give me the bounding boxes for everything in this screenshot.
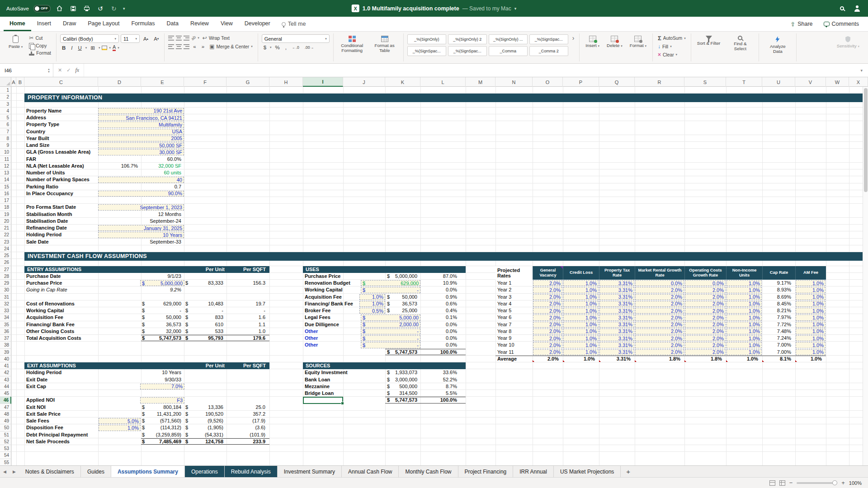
increase-decimal-button[interactable]: ←.0: [290, 45, 301, 50]
input-cell[interactable]: 1.0%: [796, 287, 826, 293]
add-sheet-button[interactable]: +: [621, 466, 636, 477]
sensitivity-button[interactable]: Sensitivity ▾: [835, 34, 862, 50]
input-cell[interactable]: 1.0%: [359, 301, 385, 307]
cell-value[interactable]: 156.3: [226, 280, 267, 286]
cell-style-chip[interactable]: _Comma 2: [529, 46, 568, 56]
input-cell[interactable]: 3.31%: [599, 308, 634, 314]
cell-value[interactable]: 25.0: [226, 404, 267, 411]
cell-value[interactable]: 60.0%: [98, 156, 183, 163]
cell-value[interactable]: 7.48%: [762, 328, 793, 335]
cell-value[interactable]: (9,526): [184, 418, 225, 424]
input-cell[interactable]: 1.0%: [726, 301, 762, 307]
cell-value[interactable]: 8.7%: [420, 383, 458, 390]
row-header-25[interactable]: 25: [0, 252, 11, 259]
cell-value[interactable]: 50,000: [141, 314, 183, 321]
cell-value[interactable]: 9/1/23: [141, 273, 183, 280]
input-cell[interactable]: 1.0%: [796, 335, 826, 341]
cell-value[interactable]: -: [226, 307, 267, 314]
input-cell[interactable]: 1.0%: [726, 328, 762, 334]
input-cell[interactable]: 1.0%: [796, 301, 826, 307]
align-middle-button[interactable]: [176, 36, 182, 41]
merge-center-button[interactable]: ▣Merge & Center▾: [208, 43, 254, 50]
cell-style-chip[interactable]: _%(SignOnly) ...: [489, 34, 528, 44]
column-header-O[interactable]: O: [533, 77, 563, 87]
row-header-36[interactable]: 36: [0, 328, 11, 335]
delete-cells-button[interactable]: Delete ▾: [604, 34, 625, 49]
input-cell[interactable]: 1.0%: [726, 294, 762, 300]
input-cell[interactable]: September 1, 2023: [98, 204, 184, 210]
row-header-33[interactable]: 33: [0, 307, 11, 314]
input-cell[interactable]: 3.31%: [599, 287, 634, 293]
input-cell[interactable]: 2.0%: [685, 294, 726, 300]
ribbon-tab-page-layout[interactable]: Page Layout: [82, 17, 125, 31]
sheet-tab-irr-annual[interactable]: IRR Annual: [513, 466, 554, 477]
cell-value[interactable]: 100.0%: [420, 397, 458, 404]
input-cell[interactable]: 1.0%: [796, 342, 826, 348]
sheet-tab-project-financing[interactable]: Project Financing: [458, 466, 514, 477]
cell-value[interactable]: 87.0%: [420, 273, 458, 280]
input-cell[interactable]: 1.0%: [726, 314, 762, 320]
input-cell[interactable]: 1.0%: [726, 349, 762, 355]
zoom-slider[interactable]: [797, 482, 837, 484]
cell-value[interactable]: 10.9%: [420, 280, 458, 286]
comma-format-button[interactable]: ,: [283, 44, 288, 51]
input-cell[interactable]: 1.0%: [726, 342, 762, 348]
input-cell[interactable]: 1.0%: [563, 287, 599, 293]
input-cell[interactable]: 1.0%: [359, 294, 385, 300]
cell-value[interactable]: 95,793: [184, 335, 225, 342]
cut-button[interactable]: ✂Cut: [28, 34, 52, 42]
input-cell[interactable]: 1.0%: [563, 322, 599, 328]
column-header-N[interactable]: N: [495, 77, 533, 87]
clear-button[interactable]: ×Clear▾: [656, 51, 687, 58]
cell-value[interactable]: 33.6%: [420, 369, 458, 376]
cell-value[interactable]: 8.45%: [762, 300, 793, 307]
row-header-44[interactable]: 44: [0, 383, 11, 390]
column-header-S[interactable]: S: [684, 77, 726, 87]
row-header-20[interactable]: 20: [0, 218, 11, 225]
font-color-button[interactable]: A: [113, 45, 116, 51]
share-button[interactable]: ⇧ Share: [785, 17, 818, 31]
cell-value[interactable]: 9/30/33: [141, 376, 183, 383]
input-cell[interactable]: 2.0%: [685, 287, 726, 293]
row-header-4[interactable]: 4: [0, 108, 11, 114]
sheet-nav-left-icon[interactable]: ◀: [0, 466, 9, 477]
cell-value[interactable]: 0.9%: [420, 294, 458, 300]
cell-value[interactable]: 833: [184, 314, 225, 321]
align-right-button[interactable]: [184, 44, 189, 49]
input-cell[interactable]: 1.0%: [726, 287, 762, 293]
home-icon[interactable]: [55, 4, 64, 13]
input-cell[interactable]: 2.0%: [685, 342, 726, 348]
column-header-H[interactable]: H: [269, 77, 303, 87]
ribbon-tab-developer[interactable]: Developer: [239, 17, 276, 31]
input-cell[interactable]: 3.31%: [599, 349, 634, 355]
cell-value[interactable]: 10,483: [184, 300, 225, 307]
row-header-21[interactable]: 21: [0, 225, 11, 231]
align-bottom-button[interactable]: [184, 36, 189, 41]
input-cell[interactable]: Multifamily: [98, 122, 184, 127]
input-cell[interactable]: 3.31%: [599, 294, 634, 300]
name-box[interactable]: I46 ▲▼: [0, 64, 53, 77]
cell-value[interactable]: 7.00%: [762, 349, 793, 356]
input-cell[interactable]: 2.0%: [533, 342, 562, 348]
column-header-C[interactable]: C: [24, 77, 98, 87]
ribbon-tab-review[interactable]: Review: [184, 17, 215, 31]
input-cell[interactable]: USA: [98, 129, 184, 135]
input-cell[interactable]: 1.0%: [796, 308, 826, 314]
row-header-40[interactable]: 40: [0, 356, 11, 362]
cell-value[interactable]: 7,485,469: [141, 438, 183, 445]
analyze-data-button[interactable]: Analyze Data: [763, 34, 793, 56]
fill-button[interactable]: ↓Fill▾: [656, 43, 687, 50]
input-cell[interactable]: January 31, 2025: [98, 225, 184, 231]
cell-style-chip[interactable]: _%(SignSpac...: [448, 46, 487, 56]
input-cell[interactable]: 3.31%: [599, 322, 634, 328]
input-cell[interactable]: 2.0%: [685, 314, 726, 320]
input-cell[interactable]: 2.0%: [635, 308, 684, 314]
tell-me-button[interactable]: Tell me: [276, 17, 311, 31]
cell-value[interactable]: 1,933,073: [385, 369, 419, 376]
cell-value[interactable]: 8.21%: [762, 307, 793, 314]
column-header-A[interactable]: A: [11, 77, 16, 87]
input-cell[interactable]: F3: [140, 397, 184, 403]
cell-value[interactable]: 5,000,000: [385, 273, 419, 280]
row-header-17[interactable]: 17: [0, 197, 11, 204]
row-header-38[interactable]: 38: [0, 342, 11, 348]
